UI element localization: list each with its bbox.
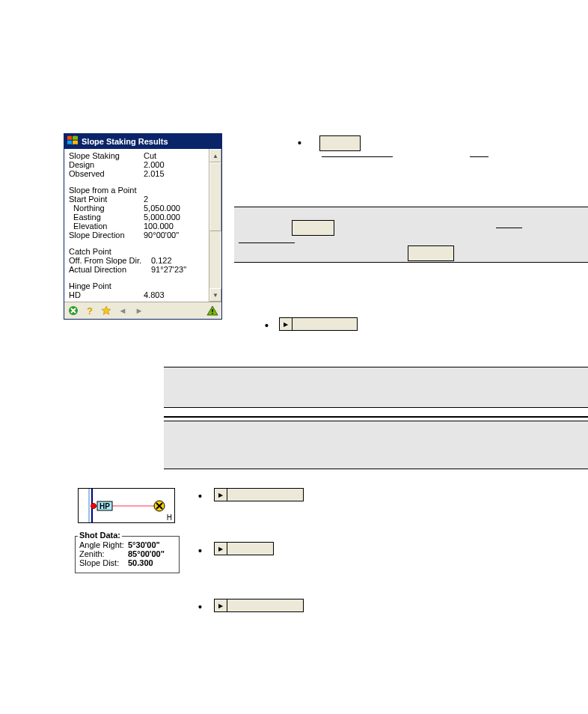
- windows-logo-icon: [67, 135, 82, 147]
- slope-staking-results-window: Slope Staking Results Slope StakingCut D…: [64, 133, 222, 320]
- divider: [470, 156, 489, 157]
- hd-label: HD: [69, 290, 144, 299]
- hinge-point-header: Hinge Point: [69, 281, 111, 290]
- svg-point-7: [91, 504, 97, 509]
- zenith-label: Zenith:: [79, 549, 128, 558]
- elevation-value: 100.000: [144, 222, 204, 231]
- slope-staking-label: Slope Staking: [69, 151, 144, 160]
- hd-value: 4.803: [144, 290, 204, 299]
- shot-data-group: Shot Data: Angle Right:5°30'00" Zenith:8…: [75, 536, 180, 573]
- actual-direction-label: Actual Direction: [69, 265, 151, 274]
- catch-point-header: Catch Point: [69, 247, 111, 256]
- observed-label: Observed: [69, 169, 144, 178]
- scroll-down-button[interactable]: ▼: [209, 288, 221, 302]
- bullet: •: [198, 490, 202, 502]
- easting-label: Easting: [69, 213, 144, 222]
- results-toolbar: ? ◄ ►: [64, 302, 221, 319]
- svg-rect-3: [212, 313, 212, 314]
- results-scrollbar[interactable]: ▲ ▼: [209, 149, 221, 302]
- divider: [164, 416, 588, 418]
- slope-diagram: HP H: [78, 488, 175, 523]
- slope-dist-value: 50.300: [128, 558, 153, 567]
- start-point-label: Start Point: [69, 195, 144, 204]
- scroll-up-button[interactable]: ▲: [209, 149, 221, 162]
- chevron-left-icon[interactable]: ◄: [117, 305, 129, 317]
- bullet: •: [265, 320, 269, 332]
- scroll-thumb[interactable]: [209, 162, 221, 231]
- divider: [322, 156, 393, 157]
- expand-button-4[interactable]: ▶: [214, 599, 304, 612]
- info-band-1: [234, 207, 588, 263]
- band1-button-1[interactable]: [292, 220, 334, 236]
- slope-staking-value: Cut: [144, 151, 204, 160]
- info-band-2: [164, 367, 588, 408]
- observed-value: 2.015: [144, 169, 204, 178]
- warning-icon[interactable]: [206, 305, 218, 317]
- expand-button-3[interactable]: ▶: [214, 542, 274, 555]
- action-button-1[interactable]: [319, 135, 361, 151]
- close-icon[interactable]: [67, 305, 79, 317]
- shot-data-legend: Shot Data:: [78, 531, 122, 540]
- off-from-slope-value: 0.122: [151, 256, 204, 265]
- zenith-value: 85°00'00": [128, 549, 165, 558]
- expand-button-2[interactable]: ▶: [214, 488, 304, 501]
- bullet: •: [298, 137, 301, 149]
- actual-direction-value: 91°27'23": [151, 265, 204, 274]
- design-value: 2.000: [144, 160, 204, 169]
- chevron-right-icon: ▶: [215, 543, 227, 555]
- slope-dist-label: Slope Dist:: [79, 558, 128, 567]
- svg-text:?: ?: [87, 305, 93, 316]
- window-title: Slope Staking Results: [82, 137, 168, 146]
- slope-direction-value: 90°00'00": [144, 231, 204, 239]
- hp-label: HP: [99, 502, 110, 510]
- angle-right-label: Angle Right:: [79, 540, 128, 549]
- chevron-right-icon: ▶: [280, 318, 293, 330]
- help-icon[interactable]: ?: [84, 305, 96, 317]
- northing-label: Northing: [69, 204, 144, 213]
- band1-button-2[interactable]: [408, 245, 454, 261]
- slope-from-point-header: Slope from a Point: [69, 186, 137, 195]
- divider: [496, 228, 522, 228]
- h-label: H: [167, 513, 172, 522]
- angle-right-value: 5°30'00": [128, 540, 160, 549]
- star-icon[interactable]: [100, 305, 112, 317]
- window-titlebar: Slope Staking Results: [64, 134, 221, 149]
- easting-value: 5,000.000: [144, 213, 204, 222]
- bullet: •: [198, 601, 202, 613]
- chevron-right-icon: ▶: [215, 599, 227, 611]
- divider: [239, 242, 295, 243]
- northing-value: 5,050.000: [144, 204, 204, 213]
- expand-button-1[interactable]: ▶: [279, 317, 358, 331]
- design-label: Design: [69, 160, 144, 169]
- off-from-slope-label: Off. From Slope Dir.: [69, 256, 151, 265]
- elevation-label: Elevation: [69, 222, 144, 231]
- chevron-right-icon[interactable]: ►: [133, 305, 145, 317]
- start-point-value: 2: [144, 195, 204, 204]
- bullet: •: [198, 545, 202, 557]
- chevron-right-icon: ▶: [215, 489, 227, 501]
- svg-rect-2: [212, 309, 212, 312]
- info-band-3: [164, 421, 588, 469]
- results-content: Slope StakingCut Design2.000 Observed2.0…: [64, 149, 209, 302]
- slope-direction-label: Slope Direction: [69, 231, 144, 239]
